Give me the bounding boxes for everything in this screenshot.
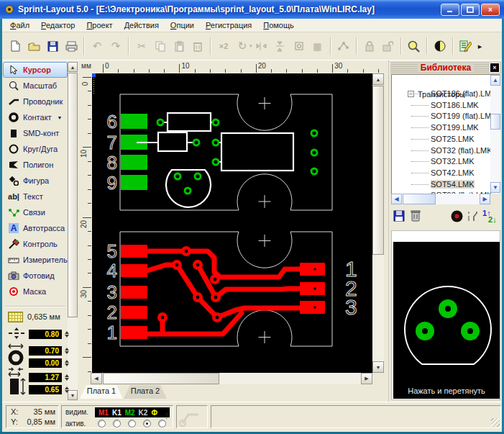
fill-pattern-icon[interactable]: ▦ (308, 37, 327, 55)
pad-outer-value[interactable]: 0.70 (29, 346, 62, 356)
layer-visibility-box[interactable]: M1K1M2K2Ф (95, 407, 170, 417)
tool-autoroute[interactable]: AАвтотрасса (3, 220, 68, 236)
board-top-smd-pads[interactable] (121, 114, 147, 190)
scale-x2-button[interactable]: ×2 (214, 37, 233, 55)
active-layer-radio-M1[interactable] (98, 420, 106, 428)
cut-icon[interactable]: ✂ (132, 37, 151, 55)
tool-zoom[interactable]: Масштаб (3, 78, 68, 94)
canvas-vertical-scrollbar[interactable]: ▲ ▼ (372, 73, 384, 373)
canvas-hscroll-thumb[interactable] (103, 373, 219, 384)
tree-scroll-down[interactable]: ▼ (490, 182, 500, 193)
layers-help[interactable]: ? (165, 412, 169, 420)
copy-icon[interactable] (151, 37, 170, 55)
library-header[interactable]: Библиотека × (390, 62, 501, 73)
canvas-scroll-left[interactable]: ◀ (91, 373, 102, 384)
smd-height-spinner[interactable] (63, 385, 70, 394)
grid-icon[interactable] (8, 312, 23, 322)
library-delete-icon[interactable] (411, 209, 421, 222)
tool-cursor[interactable]: Курсор (3, 62, 68, 78)
new-file-button[interactable] (6, 37, 24, 55)
menu-item-7[interactable]: Помощь (257, 19, 300, 31)
footprint-icon[interactable] (290, 37, 308, 55)
redo-icon[interactable]: ↷ (106, 37, 125, 55)
canvas-scroll-right[interactable]: ▶ (361, 373, 372, 384)
undo-icon[interactable]: ↶ (88, 37, 106, 55)
smd-width-value[interactable]: 1.27 (29, 373, 62, 382)
contrast-halfmoon-icon[interactable] (431, 37, 449, 55)
minimize-button[interactable] (441, 4, 459, 16)
library-item[interactable]: SOT25.LMK (392, 134, 500, 145)
sidebar-scroll-up[interactable]: ▲ (68, 62, 78, 72)
more-arrow-icon[interactable]: ▸ (475, 37, 485, 55)
canvas-scroll-down[interactable]: ▼ (372, 361, 384, 373)
pcb-canvas[interactable]: 6 7 8 9 (92, 73, 372, 373)
menu-item-6[interactable]: Регистрация (200, 19, 257, 31)
library-item[interactable]: SOT199 (flat).LMK (392, 111, 500, 122)
tool-polygon[interactable]: Полигон (3, 157, 68, 173)
tool-test[interactable]: Контроль (3, 236, 68, 252)
active-layer-radio-M2[interactable] (128, 420, 136, 428)
canvas-vscroll-thumb[interactable] (372, 86, 384, 255)
mirror-vertical-icon[interactable] (271, 37, 290, 55)
library-bend-trace-icon[interactable] (467, 210, 480, 222)
tree-scroll-left[interactable]: ◀ (391, 194, 402, 204)
library-save-icon[interactable] (393, 210, 405, 222)
pad-dropdown-arrow[interactable]: ▼ (58, 115, 63, 120)
trace-mode-panel[interactable] (176, 405, 208, 428)
library-pad-view-icon[interactable] (451, 210, 463, 222)
tool-measure[interactable]: Измеритель (3, 252, 68, 268)
tool-circle-arc[interactable]: Круг/Дуга (3, 141, 68, 157)
active-layer-radio-Ф[interactable] (158, 420, 166, 428)
track-width-value[interactable]: 0.80 (29, 330, 62, 339)
smd-width-spinner[interactable] (63, 373, 70, 382)
lock-icon[interactable] (360, 37, 379, 55)
library-item[interactable]: SOT32.LMK (392, 156, 500, 167)
layer-visibility-K2[interactable]: K2 (139, 409, 148, 417)
tool-smd-pad[interactable]: SMD-конт (3, 125, 68, 141)
library-item[interactable]: SOT186 (flat).LMK (392, 89, 500, 99)
tool-shape[interactable]: Фигура (3, 173, 68, 189)
tool-track[interactable]: Проводник (3, 94, 68, 109)
zoom-magnifier-icon[interactable] (405, 37, 423, 55)
library-tree-vscrollbar[interactable]: ▲ ▼ (490, 75, 500, 193)
library-close-icon[interactable]: × (490, 63, 500, 73)
connections-icon[interactable] (334, 37, 353, 55)
print-button[interactable] (62, 37, 81, 55)
menu-item-4[interactable]: Действия (119, 19, 165, 31)
close-button[interactable]: × (481, 4, 500, 16)
library-tree-hscrollbar[interactable]: ◀ ▶ (391, 194, 490, 204)
library-item[interactable]: SOT42.LMK (392, 168, 500, 178)
menu-item-2[interactable]: Редактор (35, 19, 81, 31)
tool-photoview[interactable]: Фотовид (3, 268, 68, 284)
layer-visibility-Ф[interactable]: Ф (151, 409, 157, 417)
library-item[interactable]: SOT199.LMK (392, 122, 500, 133)
tool-ratsnest[interactable]: Связи (3, 204, 68, 220)
menu-item-5[interactable]: Опции (165, 19, 200, 31)
open-folder-button[interactable] (24, 37, 43, 55)
resize-grip[interactable] (491, 418, 500, 427)
mirror-horizontal-icon[interactable] (252, 37, 271, 55)
sidebar-scroll-thumb[interactable] (68, 73, 78, 317)
tree-scroll-right[interactable]: ▶ (480, 194, 490, 204)
save-floppy-button[interactable] (43, 37, 62, 55)
layer-visibility-M2[interactable]: M2 (125, 409, 135, 417)
pad-outer-spinner[interactable] (63, 346, 70, 356)
library-item[interactable]: SOT32 (flat).LMK (392, 145, 500, 156)
library-item[interactable]: SOT186.LMK (392, 100, 500, 111)
layer-colors-icon[interactable] (457, 37, 475, 55)
tool-mask[interactable]: Маска (3, 284, 68, 299)
canvas-scroll-up[interactable]: ▲ (372, 73, 384, 85)
board-bottom-traces[interactable] (147, 251, 309, 334)
tab-board-1[interactable]: Плата 1 (80, 385, 123, 399)
menu-item-1[interactable]: Файл (4, 19, 35, 31)
pad-drill-value[interactable]: 0.00 (29, 358, 62, 368)
menu-item-3[interactable]: Проект (81, 19, 118, 31)
tree-vscroll-thumb[interactable] (490, 114, 500, 130)
unlock-icon[interactable] (379, 37, 398, 55)
tool-pad[interactable]: Контакт▼ (3, 109, 68, 125)
paste-icon[interactable] (170, 37, 188, 55)
footprint-preview[interactable]: Нажать и перетянуть (393, 242, 500, 399)
tab-board-2[interactable]: Плата 2 (124, 385, 167, 399)
library-tree[interactable]: − Транзисторы SOT186 (flat).LMKSOT186.LM… (391, 74, 500, 194)
active-layer-radio-K2[interactable] (143, 420, 151, 428)
